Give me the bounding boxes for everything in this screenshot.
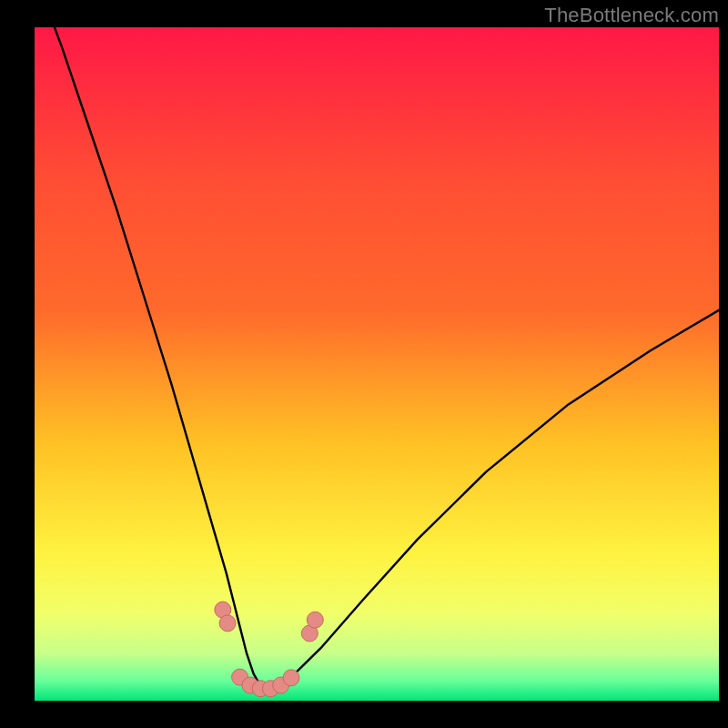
frame: TheBottleneck.com <box>0 0 728 728</box>
curve-marker <box>283 670 299 686</box>
curve-marker <box>219 615 236 632</box>
gradient-background <box>35 27 719 701</box>
chart-svg <box>35 27 719 701</box>
bottleneck-chart <box>35 27 719 701</box>
curve-marker <box>307 612 323 628</box>
watermark-text: TheBottleneck.com <box>544 4 719 27</box>
